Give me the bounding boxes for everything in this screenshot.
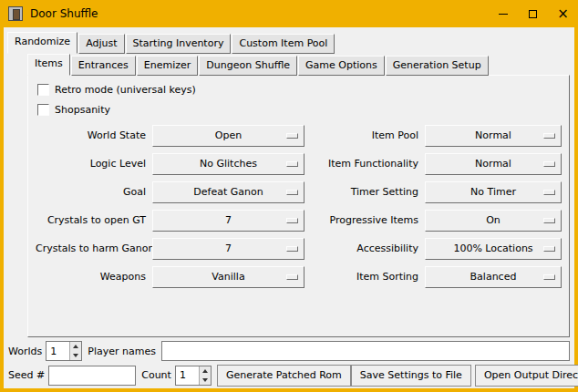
weapons-value: Vanilla <box>212 271 244 283</box>
field-row: Crystals to harm Ganon 7 Accessibility 1… <box>36 237 562 260</box>
field-row: World State Open Item Pool Normal <box>36 124 562 147</box>
tab-dungeon-shuffle[interactable]: Dungeon Shuffle <box>199 56 297 76</box>
tab-randomize[interactable]: Randomize <box>7 32 77 54</box>
progressive-items-dropdown[interactable]: On <box>425 210 562 232</box>
arrow-up-icon <box>73 345 78 348</box>
goal-value: Defeat Ganon <box>193 186 263 198</box>
arrow-down-icon <box>73 354 78 357</box>
tab-adjust[interactable]: Adjust <box>78 34 124 54</box>
arrow-down-icon <box>202 378 208 382</box>
player-names-label: Player names <box>88 346 156 357</box>
item-pool-dropdown[interactable]: Normal <box>425 125 562 147</box>
tab-game-options[interactable]: Game Options <box>298 56 385 76</box>
spin-up-button[interactable] <box>200 366 211 376</box>
spin-arrows <box>69 342 81 360</box>
crystals-harm-ganon-dropdown[interactable]: 7 <box>152 238 304 260</box>
tab-generation-setup[interactable]: Generation Setup <box>386 56 489 76</box>
close-button[interactable]: × <box>548 0 578 27</box>
logic-level-label: Logic Level <box>36 158 152 170</box>
spin-down-button[interactable] <box>200 376 211 385</box>
save-settings-button[interactable]: Save Settings to File <box>351 365 471 387</box>
count-label: Count <box>141 369 171 381</box>
timer-setting-dropdown[interactable]: No Timer <box>425 181 562 203</box>
dropdown-indicator-icon <box>286 218 298 223</box>
item-sorting-value: Balanced <box>470 271 517 283</box>
spin-down-button[interactable] <box>70 351 81 360</box>
weapons-dropdown[interactable]: Vanilla <box>152 266 304 288</box>
dropdown-indicator-icon <box>543 218 555 223</box>
minimize-icon <box>499 14 508 15</box>
shopsanity-checkbox[interactable]: Shopsanity <box>36 100 562 119</box>
logic-level-value: No Glitches <box>200 158 257 170</box>
window-title: Door Shuffle <box>30 7 98 20</box>
retro-mode-checkbox[interactable]: Retro mode (universal keys) <box>36 80 562 98</box>
worlds-input[interactable] <box>46 342 69 360</box>
spin-arrows <box>199 366 211 385</box>
retro-mode-label: Retro mode (universal keys) <box>55 84 196 96</box>
crystals-open-gt-label: Crystals to open GT <box>36 214 152 226</box>
item-functionality-label: Item Functionality <box>310 158 425 170</box>
field-row: Weapons Vanilla Item Sorting Balanced <box>36 265 562 288</box>
accessibility-label: Accessibility <box>310 242 425 254</box>
accessibility-dropdown[interactable]: 100% Locations <box>425 238 562 260</box>
accessibility-value: 100% Locations <box>453 242 532 254</box>
tab-items[interactable]: Items <box>27 54 70 76</box>
worlds-spinbox[interactable] <box>46 341 82 361</box>
field-row: Logic Level No Glitches Item Functionali… <box>36 152 562 175</box>
dropdown-indicator-icon <box>286 161 298 167</box>
arrow-up-icon <box>202 369 208 373</box>
dropdown-indicator-icon <box>286 133 298 139</box>
crystals-open-gt-dropdown[interactable]: 7 <box>152 210 304 232</box>
worlds-label: Worlds <box>8 346 42 357</box>
titlebar: Door Shuffle × <box>0 0 578 27</box>
items-pane: Retro mode (universal keys) Shopsanity W… <box>27 75 570 337</box>
window-controls: × <box>488 0 578 27</box>
progressive-items-value: On <box>486 214 501 226</box>
checkbox-box-icon[interactable] <box>37 104 49 116</box>
item-functionality-dropdown[interactable]: Normal <box>425 153 562 175</box>
item-sorting-dropdown[interactable]: Balanced <box>425 266 562 288</box>
goal-dropdown[interactable]: Defeat Ganon <box>152 181 304 203</box>
count-spinbox[interactable] <box>175 366 212 386</box>
world-state-dropdown[interactable]: Open <box>152 125 304 147</box>
tab-starting-inventory[interactable]: Starting Inventory <box>126 34 232 54</box>
close-icon: × <box>557 7 569 21</box>
dropdown-indicator-icon <box>543 161 555 167</box>
goal-label: Goal <box>36 186 152 198</box>
dropdown-indicator-icon <box>543 246 555 252</box>
world-state-label: World State <box>36 129 152 141</box>
dropdown-indicator-icon <box>543 133 555 139</box>
tab-custom-item-pool[interactable]: Custom Item Pool <box>232 34 335 54</box>
count-input[interactable] <box>176 366 199 385</box>
spin-up-button[interactable] <box>70 342 81 351</box>
logic-level-dropdown[interactable]: No Glitches <box>152 153 304 175</box>
field-row: Goal Defeat Ganon Timer Setting No Timer <box>36 181 562 203</box>
item-sorting-label: Item Sorting <box>310 271 425 283</box>
dropdown-indicator-icon <box>286 274 298 280</box>
world-state-value: Open <box>215 129 242 141</box>
maximize-button[interactable] <box>518 0 548 27</box>
field-row: Crystals to open GT 7 Progressive Items … <box>36 209 562 232</box>
item-functionality-value: Normal <box>475 158 511 170</box>
main-tab-bar: Randomize Adjust Starting Inventory Cust… <box>7 32 335 54</box>
dropdown-indicator-icon <box>543 190 555 195</box>
weapons-label: Weapons <box>36 271 152 283</box>
item-pool-label: Item Pool <box>310 129 425 141</box>
progressive-items-label: Progressive Items <box>310 214 425 226</box>
dropdown-indicator-icon <box>543 274 555 280</box>
tab-entrances[interactable]: Entrances <box>71 56 136 76</box>
worlds-row: Worlds Player names <box>8 340 570 362</box>
open-output-directory-button[interactable]: Open Output Directory <box>475 365 578 387</box>
tab-enemizer[interactable]: Enemizer <box>137 56 199 76</box>
maximize-icon <box>529 10 537 18</box>
player-names-input[interactable] <box>161 341 570 361</box>
seed-label: Seed # <box>8 369 45 381</box>
checkbox-box-icon[interactable] <box>37 84 49 96</box>
dropdown-indicator-icon <box>286 246 298 252</box>
app-icon[interactable] <box>8 6 23 21</box>
sub-tab-bar: Items Entrances Enemizer Dungeon Shuffle… <box>27 54 490 76</box>
minimize-button[interactable] <box>488 0 518 27</box>
seed-input[interactable] <box>48 366 136 386</box>
generate-patched-rom-button[interactable]: Generate Patched Rom <box>217 365 351 387</box>
seed-row: Seed # Count Generate Patched Rom Save S… <box>8 364 570 387</box>
